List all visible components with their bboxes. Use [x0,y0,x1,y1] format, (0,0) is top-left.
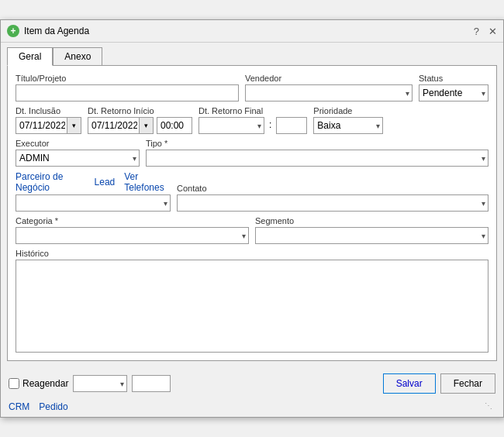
status-label: Status [419,74,488,83]
reagendar-input[interactable] [132,375,171,392]
row-parceiro-contato: Parceiro de Negócio Lead Ver Telefones C… [16,171,488,212]
historico-label: Histórico [16,249,488,258]
pedido-link[interactable]: Pedido [39,401,67,412]
categoria-label: Categoria * [16,216,249,225]
parceiro-group: Parceiro de Negócio Lead Ver Telefones [16,171,171,212]
categoria-field-group: Categoria * [16,216,249,244]
resize-handle[interactable]: ⋱ [485,401,495,412]
colon-separator: : [269,119,271,132]
crm-link[interactable]: CRM [9,401,29,412]
close-button[interactable]: ✕ [488,26,497,37]
row-categoria-segmento: Categoria * Segmento [16,216,488,244]
dt-inclusao-calendar-btn[interactable]: ▾ [67,118,81,133]
dt-retorno-inicio-calendar-btn[interactable]: ▾ [139,118,153,133]
historico-section: Histórico [16,249,488,353]
segmento-field-group: Segmento [255,216,488,244]
contato-field-group: Contato [177,184,488,212]
contato-label: Contato [177,184,488,193]
vendedor-field-group: Vendedor [245,74,413,102]
footer-links: CRM Pedido ⋱ [1,400,503,417]
tipo-label: Tipo * [146,139,488,148]
titulo-field-group: Título/Projeto [16,74,239,102]
reagendar-select[interactable] [73,375,127,392]
ver-telefones-link[interactable]: Ver Telefones [124,171,171,193]
time-final-input[interactable] [276,117,307,134]
tipo-select[interactable] [146,150,488,167]
executor-field-group: Executor ADMIN [16,139,140,167]
titulo-label: Título/Projeto [16,74,239,83]
dt-inclusao-group: Dt. Inclusão ▾ [16,106,81,134]
time-inicio-input[interactable] [157,117,192,134]
tab-bar: Geral Anexo [1,43,503,65]
contato-select[interactable] [177,194,488,212]
help-button[interactable]: ? [474,26,479,37]
status-select[interactable]: Pendente Concluído Cancelado [419,84,488,102]
dt-inclusao-label: Dt. Inclusão [16,106,81,115]
prioridade-label: Prioridade [313,106,383,115]
titulo-input[interactable] [16,84,239,102]
dt-retorno-inicio-label: Dt. Retorno Início [88,106,192,115]
row-datas: Dt. Inclusão ▾ Dt. Retorno Início ▾ Dt. … [16,106,488,134]
parceiro-select[interactable] [16,194,171,212]
segmento-select[interactable] [255,227,488,244]
executor-label: Executor [16,139,140,148]
window-icon: + [7,25,19,37]
status-field-group: Status Pendente Concluído Cancelado [419,74,488,102]
salvar-button[interactable]: Salvar [383,373,436,394]
tab-geral[interactable]: Geral [7,47,53,66]
form-panel: Título/Projeto Vendedor Status Pendente … [7,65,497,361]
window-controls: ? ✕ [474,26,497,37]
vendedor-select[interactable] [245,84,413,102]
dt-retorno-inicio-group: Dt. Retorno Início ▾ [88,106,192,134]
vendedor-label: Vendedor [245,74,413,83]
historico-textarea[interactable] [16,260,488,353]
title-bar: + Item da Agenda ? ✕ [1,20,503,43]
parceiro-link[interactable]: Parceiro de Negócio [16,171,85,193]
reagendar-checkbox[interactable] [9,378,19,389]
dt-retorno-final-label: Dt. Retorno Final [198,106,307,115]
dt-retorno-final-group: Dt. Retorno Final : [198,106,307,134]
dt-retorno-final-select[interactable] [198,117,264,134]
reagendar-dropdown-wrapper [73,375,127,392]
prioridade-select[interactable]: Baixa Média Alta [313,117,383,134]
tipo-field-group: Tipo * [146,139,488,167]
lead-link[interactable]: Lead [95,177,116,188]
executor-select[interactable]: ADMIN [16,150,140,167]
row-executor-tipo: Executor ADMIN Tipo * [16,139,488,167]
window-title: Item da Agenda [24,26,469,36]
row-titulo-vendedor-status: Título/Projeto Vendedor Status Pendente … [16,74,488,102]
prioridade-field-group: Prioridade Baixa Média Alta [313,106,383,134]
fechar-button[interactable]: Fechar [440,373,495,394]
links-row: Parceiro de Negócio Lead Ver Telefones [16,171,171,193]
reagendar-label: Reagendar [9,378,68,389]
bottom-bar: Reagendar Salvar Fechar [1,367,503,400]
categoria-select[interactable] [16,227,249,244]
tab-anexo[interactable]: Anexo [53,47,102,65]
segmento-label: Segmento [255,216,488,225]
